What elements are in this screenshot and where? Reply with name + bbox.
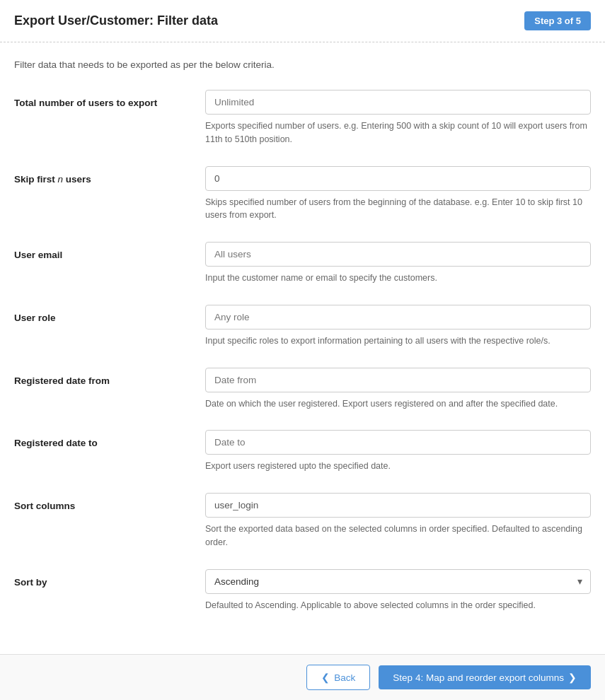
next-button[interactable]: Step 4: Map and reorder export columns ❯ bbox=[379, 665, 591, 689]
page-content: Filter data that needs to be exported as… bbox=[0, 42, 605, 700]
skip-users-hint: Skips specified number of users from the… bbox=[205, 196, 591, 223]
user-email-hint: Input the customer name or email to spec… bbox=[205, 272, 591, 285]
total-users-hint: Exports specified number of users. e.g. … bbox=[205, 119, 591, 146]
user-role-label: User role bbox=[14, 313, 56, 323]
user-role-row: User role Input specific roles to export… bbox=[14, 305, 591, 348]
sort-columns-input[interactable] bbox=[205, 493, 591, 518]
date-to-row: Registered date to Export users register… bbox=[14, 430, 591, 473]
next-label: Step 4: Map and reorder export columns bbox=[393, 672, 564, 683]
date-to-hint: Export users registered upto the specifi… bbox=[205, 460, 591, 473]
sort-columns-hint: Sort the exported data based on the sele… bbox=[205, 523, 591, 549]
sort-by-select[interactable]: Ascending Descending bbox=[205, 569, 591, 594]
date-to-label: Registered date to bbox=[14, 438, 98, 448]
skip-users-input[interactable] bbox=[205, 166, 591, 191]
sort-by-label: Sort by bbox=[14, 577, 47, 588]
skip-users-label: Skip first n users bbox=[14, 174, 91, 185]
back-label: Back bbox=[334, 672, 355, 683]
back-chevron-icon: ❮ bbox=[321, 672, 330, 683]
sort-columns-row: Sort columns Sort the exported data base… bbox=[14, 493, 591, 549]
sort-by-row: Sort by Ascending Descending ▾ Defaulted… bbox=[14, 569, 591, 612]
total-users-input[interactable] bbox=[205, 90, 591, 115]
next-chevron-icon: ❯ bbox=[568, 672, 577, 683]
sort-columns-label: Sort columns bbox=[14, 501, 75, 511]
date-from-input[interactable] bbox=[205, 368, 591, 392]
sort-by-select-wrapper: Ascending Descending ▾ bbox=[205, 569, 591, 594]
date-from-label: Registered date from bbox=[14, 375, 110, 386]
user-email-label: User email bbox=[14, 250, 62, 260]
date-from-hint: Date on which the user registered. Expor… bbox=[205, 397, 591, 411]
page-title: Export User/Customer: Filter data bbox=[14, 13, 218, 28]
page-footer: ❮ Back Step 4: Map and reorder export co… bbox=[0, 654, 605, 700]
user-role-hint: Input specific roles to export informati… bbox=[205, 334, 591, 348]
total-users-label: Total number of users to export bbox=[14, 98, 157, 108]
user-role-input[interactable] bbox=[205, 305, 591, 329]
user-email-input[interactable] bbox=[205, 242, 591, 267]
user-email-row: User email Input the customer name or em… bbox=[14, 242, 591, 285]
filter-description: Filter data that needs to be exported as… bbox=[14, 59, 591, 70]
back-button[interactable]: ❮ Back bbox=[306, 665, 370, 690]
skip-users-row: Skip first n users Skips specified numbe… bbox=[14, 166, 591, 223]
sort-by-hint: Defaulted to Ascending. Applicable to ab… bbox=[205, 599, 591, 612]
total-users-row: Total number of users to export Exports … bbox=[14, 90, 591, 146]
date-to-input[interactable] bbox=[205, 430, 591, 455]
page-header: Export User/Customer: Filter data Step 3… bbox=[0, 0, 605, 42]
date-from-row: Registered date from Date on which the u… bbox=[14, 368, 591, 411]
step-badge: Step 3 of 5 bbox=[524, 11, 591, 30]
